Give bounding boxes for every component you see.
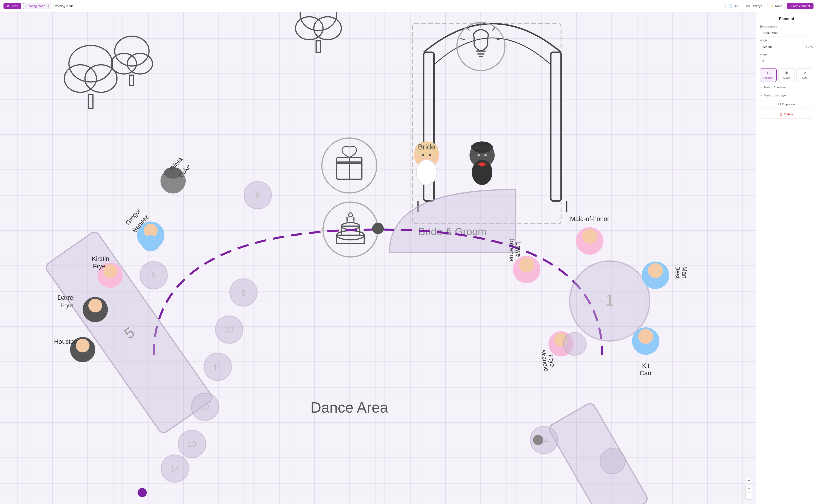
seat-15 [600, 449, 625, 474]
delete-label: Delete [784, 113, 793, 116]
groom-label: Groom [471, 143, 494, 151]
catering-mode-button[interactable]: Catering mode [50, 3, 77, 9]
bride-groom-table: Bride & Groom [389, 189, 515, 252]
svg-text:Carr: Carr [640, 370, 652, 377]
size-button[interactable]: ⤢ Size [796, 68, 813, 82]
svg-point-2 [85, 65, 117, 92]
svg-point-8 [300, 12, 337, 31]
tool-handle-bottom[interactable] [533, 435, 543, 445]
element-name-input[interactable] [760, 29, 813, 36]
ruler-button[interactable]: 📏 Ruler [767, 3, 785, 9]
push-front-header[interactable]: ▲ Push to front layer [760, 85, 813, 90]
push-back-label: Push to back layer [764, 94, 787, 97]
person-kitcarr [632, 327, 660, 355]
tree-top-center [296, 12, 341, 52]
svg-text:14: 14 [170, 464, 179, 473]
angle-input[interactable] [760, 57, 813, 64]
push-front-section: ▲ Push to front layer [760, 85, 813, 90]
svg-point-0 [69, 45, 112, 82]
gift-icon [322, 138, 377, 193]
round-table-1[interactable]: 1 [570, 261, 650, 341]
table-5[interactable]: 5 [44, 230, 214, 435]
lightbulb-icon [457, 22, 505, 70]
svg-text:Darrel: Darrel [57, 294, 75, 301]
delete-button[interactable]: 🗑 Delete [760, 110, 813, 118]
table-bottom-right[interactable] [547, 402, 649, 504]
seating-mode-button[interactable]: Seating mode [23, 3, 48, 9]
duplicate-button[interactable]: ❐ Duplicate [760, 100, 813, 108]
zoom-in-button[interactable]: + [745, 485, 752, 492]
zoom-controls: ✛ + − [745, 477, 752, 500]
compass-button[interactable]: ✛ [745, 477, 752, 484]
right-panel: Element Element name Width Inches Angle … [756, 12, 817, 504]
chevron-down-icon: ▼ [760, 94, 762, 97]
rotation-icon: ↻ [767, 71, 770, 75]
svg-text:13: 13 [187, 440, 196, 449]
chevron-up-icon: ▲ [760, 86, 762, 89]
file-button[interactable]: 📄 File [725, 3, 741, 9]
main-layout: Bride & Groom Bride [0, 12, 817, 504]
push-back-header[interactable]: ▼ Push to back layer [760, 93, 813, 98]
rotation-button[interactable]: ↻ Rotation [760, 68, 777, 82]
width-input[interactable] [760, 43, 804, 50]
svg-text:Houston: Houston [54, 338, 77, 345]
svg-text:12: 12 [201, 403, 210, 412]
svg-text:Lowe: Lowe [515, 242, 522, 257]
svg-point-79 [76, 339, 89, 353]
svg-text:Maid-of-honor: Maid-of-honor [570, 215, 609, 222]
svg-point-67 [142, 235, 160, 251]
svg-text:1: 1 [605, 291, 614, 309]
svg-text:Best: Best [674, 266, 681, 279]
svg-text:8: 8 [255, 191, 260, 200]
person-moh [576, 227, 604, 255]
svg-text:Frye: Frye [93, 263, 106, 270]
toolbar: ✕ Close Seating mode Catering mode 📄 Fil… [0, 0, 817, 12]
svg-text:Kit: Kit [642, 362, 650, 369]
dot-bottom-left [137, 488, 147, 497]
dance-area-label: Dance Area [310, 399, 388, 416]
svg-point-4 [115, 36, 149, 66]
svg-point-89 [648, 263, 663, 278]
svg-point-82 [519, 257, 534, 272]
svg-point-40 [417, 160, 437, 185]
svg-point-46 [478, 154, 480, 156]
tree-1 [64, 45, 117, 108]
hotkeys-button[interactable]: ⌨ Hotkeys [743, 3, 765, 9]
hotkeys-label: Hotkeys [752, 4, 762, 8]
size-label: Size [802, 76, 807, 79]
width-row: Inches [760, 43, 813, 50]
svg-rect-14 [551, 52, 561, 201]
dance-floor-handle[interactable] [372, 223, 383, 234]
svg-text:10: 10 [225, 325, 234, 334]
move-label: Move [783, 76, 790, 79]
move-button[interactable]: ✥ Move [778, 68, 795, 82]
svg-point-42 [429, 154, 431, 156]
svg-text:9: 9 [241, 289, 246, 298]
svg-text:Man: Man [681, 266, 688, 278]
width-unit: Inches [805, 45, 813, 48]
file-icon: 📄 [729, 4, 732, 8]
svg-line-24 [497, 39, 502, 40]
svg-point-1 [64, 65, 96, 92]
svg-text:11: 11 [213, 363, 222, 372]
svg-point-47 [484, 154, 487, 156]
svg-line-25 [460, 39, 465, 40]
size-icon: ⤢ [803, 71, 807, 75]
delete-icon: 🗑 [780, 113, 783, 116]
panel-title: Element [760, 17, 813, 21]
svg-rect-11 [316, 41, 321, 52]
person-johanna [513, 256, 541, 283]
canvas-area[interactable]: Bride & Groom Bride [0, 12, 756, 504]
svg-point-75 [88, 299, 102, 312]
zoom-out-button[interactable]: − [745, 493, 752, 500]
close-button[interactable]: ✕ Close [3, 3, 21, 9]
add-element-button[interactable]: + Add element [787, 3, 814, 9]
angle-label: Angle [760, 53, 813, 56]
rotation-label: Rotation [763, 76, 773, 79]
svg-point-41 [422, 154, 424, 156]
element-name-label: Element name [760, 25, 813, 28]
svg-text:5: 5 [151, 271, 156, 280]
svg-point-97 [638, 329, 653, 344]
close-label: Close [10, 4, 18, 8]
svg-point-86 [582, 229, 597, 244]
